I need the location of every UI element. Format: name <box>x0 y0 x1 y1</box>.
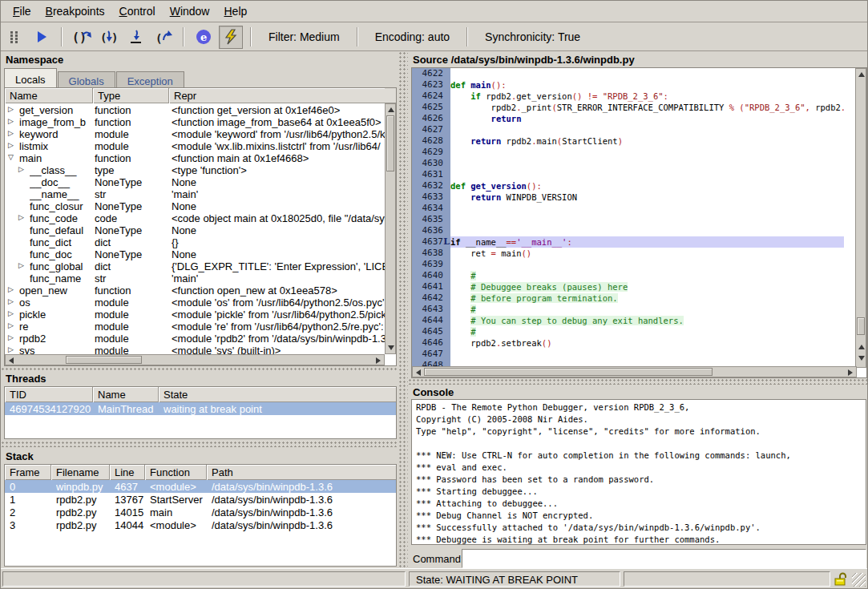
synchronicity-button[interactable] <box>219 26 243 49</box>
namespace-row[interactable]: ▷get_versionfunction<function get_versio… <box>5 103 385 115</box>
expand-icon[interactable]: ▷ <box>8 285 14 293</box>
expand-icon[interactable]: ▷ <box>8 117 14 125</box>
expand-icon[interactable]: ▷ <box>8 129 14 137</box>
source-line: def get_version(): <box>450 180 844 192</box>
scroll-right-arrow[interactable] <box>376 357 381 364</box>
stack-frame-row[interactable]: 0winpdb.py4637<module>/data/sys/bin/winp… <box>5 480 396 493</box>
column-header-line[interactable]: Line <box>110 465 145 480</box>
step-over-button[interactable]: () <box>70 26 94 49</box>
column-header-type[interactable]: Type <box>93 88 169 103</box>
namespace-row[interactable]: func_closurNoneTypeNone <box>5 200 385 212</box>
expand-icon[interactable]: ▷ <box>8 309 14 317</box>
column-header-state[interactable]: State <box>159 387 396 402</box>
scrollbar-thumb[interactable] <box>386 115 394 171</box>
namespace-row[interactable]: ▷func_globaldict{'DLG_EXPR_TITLE': 'Ente… <box>5 260 385 272</box>
step-into-button[interactable]: ( ) <box>97 26 121 49</box>
expand-icon[interactable]: ▷ <box>8 141 14 149</box>
cell: StartServer <box>150 494 208 506</box>
menu-item-file[interactable]: File <box>6 2 38 21</box>
namespace-row[interactable]: __name__str'main' <box>5 188 385 200</box>
resize-grip[interactable] <box>852 573 866 587</box>
line-number: 4646 <box>412 337 450 349</box>
column-header-filename[interactable]: Filename <box>51 465 110 480</box>
stack-frame-row[interactable]: 1rpdb2.py13767StartServer/data/sys/bin/w… <box>5 493 396 506</box>
namespace-row[interactable]: ▷__class__type<type 'function'> <box>5 163 385 175</box>
namespace-row[interactable]: func_dictdict{} <box>5 236 385 248</box>
source-editor[interactable]: 4622462346244625462646274628462946304631… <box>411 67 867 378</box>
namespace-row[interactable]: func_defaulNoneTypeNone <box>5 224 385 236</box>
namespace-threads-sash[interactable] <box>1 367 398 372</box>
expand-icon[interactable]: ▷ <box>18 165 24 173</box>
expand-icon[interactable]: ▷ <box>8 297 14 305</box>
namespace-row[interactable]: ▷listmixmodule<module 'wx.lib.mixins.lis… <box>5 139 385 151</box>
column-header-name[interactable]: Name <box>5 88 93 103</box>
stack-frame-row[interactable]: 3rpdb2.py14044<module>/data/sys/bin/winp… <box>5 518 396 531</box>
column-header-tid[interactable]: TID <box>5 387 93 402</box>
expand-icon[interactable]: ▷ <box>8 345 14 353</box>
threads-stack-sash[interactable] <box>1 441 398 447</box>
namespace-row[interactable]: ▷sysmodule<module 'sys' (built-in)> <box>5 344 385 354</box>
namespace-row[interactable]: __doc__NoneTypeNone <box>5 175 385 188</box>
scroll-up-arrow[interactable] <box>858 72 865 77</box>
scroll-up-arrow[interactable] <box>388 107 394 112</box>
scroll-down-arrow[interactable] <box>388 345 394 350</box>
column-header-repr[interactable]: Repr <box>169 88 385 103</box>
namespace-row[interactable]: ▷picklemodule<module 'pickle' from '/usr… <box>5 308 385 320</box>
namespace-row[interactable]: ▷open_newfunction<function open_new at 0… <box>5 284 385 296</box>
namespace-row[interactable]: ▷image_from_bfunction<function image_fro… <box>5 115 385 127</box>
scrollbar-thumb[interactable] <box>857 317 865 335</box>
source-line: if rpdb2.get_version() != "RPDB_2_3_6": <box>450 91 844 102</box>
expand-icon[interactable]: ▷ <box>18 261 24 269</box>
encoding-button[interactable]: e <box>192 26 216 49</box>
cell: module <box>95 333 168 345</box>
namespace-row[interactable]: ▽mainfunction<function main at 0x1ef4668… <box>5 151 385 163</box>
break-button[interactable] <box>2 26 26 49</box>
scroll-right-arrow[interactable] <box>848 369 853 376</box>
expand-icon[interactable]: ▷ <box>8 333 14 341</box>
source-console-sash[interactable] <box>408 378 868 385</box>
expand-icon[interactable]: ▷ <box>8 105 14 113</box>
menu-item-help[interactable]: Help <box>216 2 254 21</box>
scroll-down-arrow[interactable] <box>858 356 865 361</box>
expand-icon[interactable]: ▷ <box>8 321 14 329</box>
menu-item-breakpoints[interactable]: Breakpoints <box>38 2 112 21</box>
namespace-row[interactable]: func_namestr'main' <box>5 272 385 284</box>
command-input[interactable] <box>462 549 866 568</box>
scroll-left-arrow[interactable] <box>9 357 14 364</box>
main-vertical-sash[interactable] <box>398 51 408 570</box>
go-button[interactable] <box>30 26 54 49</box>
stack-frame-row[interactable]: 2rpdb2.py14015main/data/sys/bin/winpdb-1… <box>5 506 396 518</box>
line-number: 4641 <box>412 281 450 292</box>
next-button[interactable] <box>124 26 148 49</box>
column-header-name[interactable]: Name <box>93 387 159 402</box>
menu-item-window[interactable]: Window <box>163 2 217 21</box>
scrollbar-thumb[interactable] <box>66 356 142 364</box>
column-header-frame[interactable]: Frame <box>5 465 51 480</box>
cell: rpdb2.py <box>56 506 110 518</box>
tab-locals[interactable]: Locals <box>4 68 57 87</box>
collapse-icon[interactable]: ▽ <box>8 153 14 161</box>
namespace-row[interactable]: ▷func_codecode<code object main at 0x180… <box>5 212 385 224</box>
scroll-left-arrow[interactable] <box>416 369 421 376</box>
namespace-row[interactable]: func_docNoneTypeNone <box>5 248 385 260</box>
column-header-function[interactable]: Function <box>145 465 207 480</box>
column-header-path[interactable]: Path <box>207 465 396 480</box>
namespace-row[interactable]: ▷remodule<module 're' from '/usr/lib64/p… <box>5 320 385 332</box>
goto-button[interactable]: ( <box>151 26 176 49</box>
namespace-hscrollbar[interactable] <box>5 354 385 365</box>
source-vscrollbar[interactable] <box>855 68 866 368</box>
namespace-row[interactable]: ▷osmodule<module 'os' from '/usr/lib64/p… <box>5 296 385 308</box>
step-into-icon: ( ) <box>99 29 119 45</box>
expand-icon[interactable]: ▷ <box>18 213 24 221</box>
namespace-row[interactable]: ▷keywordmodule<module 'keyword' from '/u… <box>5 127 385 139</box>
tab-exception[interactable]: Exception <box>116 71 184 87</box>
namespace-vscrollbar[interactable] <box>385 103 396 354</box>
tab-globals[interactable]: Globals <box>58 71 115 87</box>
namespace-row[interactable]: ▷rpdb2module<module 'rpdb2' from '/data/… <box>5 332 385 344</box>
menu-item-control[interactable]: Control <box>112 2 163 21</box>
scroll-up-arrow[interactable] <box>858 345 865 349</box>
thread-row[interactable]: 46974534127920MainThreadwaiting at break… <box>5 402 396 415</box>
source-hscrollbar[interactable] <box>412 366 857 377</box>
scrollbar-thumb[interactable] <box>424 368 713 376</box>
source-line <box>450 349 844 360</box>
